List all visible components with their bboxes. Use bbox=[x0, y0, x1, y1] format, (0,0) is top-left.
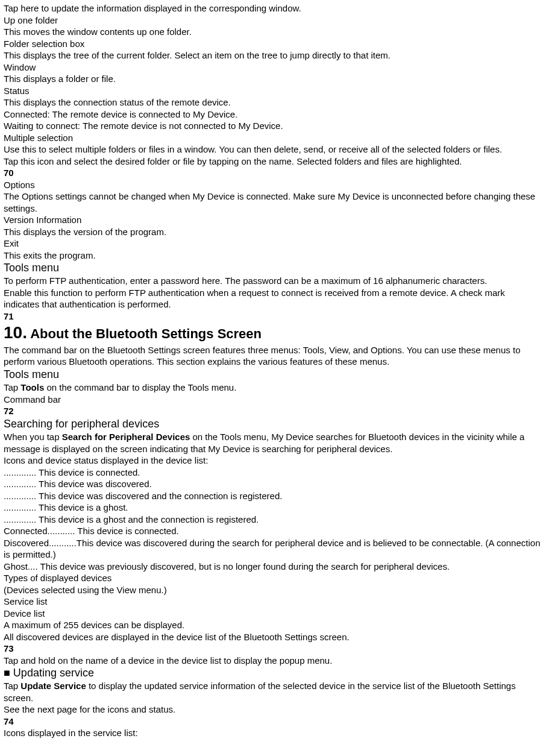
page-number: 71 bbox=[4, 310, 542, 323]
paragraph: ............. This device is connected. bbox=[4, 467, 542, 479]
paragraph: Window bbox=[4, 61, 542, 74]
text: Tap bbox=[4, 382, 20, 392]
text: on the command bar to display the Tools … bbox=[44, 382, 236, 392]
paragraph: A maximum of 255 devices can be displaye… bbox=[4, 619, 542, 631]
paragraph: Tap this icon and select the desired fol… bbox=[4, 156, 542, 168]
paragraph: When you tap Search for Peripheral Devic… bbox=[4, 431, 542, 455]
bold-text: Tools bbox=[20, 382, 44, 392]
paragraph: Enable this function to perform FTP auth… bbox=[4, 287, 542, 310]
chapter-title: About the Bluetooth Settings Screen bbox=[27, 326, 262, 341]
paragraph: This exits the program. bbox=[4, 250, 542, 262]
paragraph: Options bbox=[4, 179, 542, 191]
chapter-heading: 10. About the Bluetooth Settings Screen bbox=[4, 322, 542, 344]
paragraph: Multiple selection bbox=[4, 132, 542, 144]
paragraph: Tap here to update the information displ… bbox=[4, 2, 542, 14]
paragraph: (Devices selected using the View menu.) bbox=[4, 584, 542, 596]
chapter-number: 10. bbox=[4, 323, 27, 342]
paragraph: This displays a folder or file. bbox=[4, 73, 542, 85]
paragraph: The command bar on the Bluetooth Setting… bbox=[4, 344, 542, 368]
paragraph: Tap Update Service to display the update… bbox=[4, 680, 542, 704]
paragraph: Folder selection box bbox=[4, 38, 542, 50]
paragraph: Tap and hold on the name of a device in … bbox=[4, 655, 542, 667]
section-heading: ■ Updating service bbox=[4, 666, 542, 680]
paragraph: All discovered devices are displayed in … bbox=[4, 631, 542, 643]
section-heading: Tools menu bbox=[4, 261, 542, 275]
paragraph: ............. This device is a ghost and… bbox=[4, 514, 542, 526]
paragraph: Exit bbox=[4, 238, 542, 250]
paragraph: This displays the version of the program… bbox=[4, 226, 542, 238]
paragraph: Device list bbox=[4, 608, 542, 620]
paragraph: The Options settings cannot be changed w… bbox=[4, 191, 542, 214]
bold-text: Search for Peripheral Devices bbox=[62, 432, 190, 442]
paragraph: Types of displayed devices bbox=[4, 572, 542, 584]
paragraph: Connected: The remote device is connecte… bbox=[4, 109, 542, 121]
page-number: 73 bbox=[4, 643, 542, 655]
paragraph: Icons and device status displayed in the… bbox=[4, 455, 542, 467]
document-body: Tap here to update the information displ… bbox=[0, 0, 546, 745]
paragraph: Discovered...........This device was dis… bbox=[4, 537, 542, 561]
paragraph: ............. This device is a ghost. bbox=[4, 502, 542, 514]
page-number: 70 bbox=[4, 167, 542, 179]
paragraph: ............. This device was discovered… bbox=[4, 478, 542, 490]
paragraph: Service list bbox=[4, 596, 542, 608]
paragraph: This displays the connection status of t… bbox=[4, 96, 542, 109]
paragraph: To perform FTP authentication, enter a p… bbox=[4, 275, 542, 287]
paragraph: Command bar bbox=[4, 394, 542, 406]
paragraph: This displays the tree of the current fo… bbox=[4, 49, 542, 61]
paragraph: Tap Tools on the command bar to display … bbox=[4, 382, 542, 394]
paragraph: This moves the window contents up one fo… bbox=[4, 26, 542, 38]
paragraph: Ghost.... This device was previously dis… bbox=[4, 561, 542, 573]
bold-text: Update Service bbox=[20, 681, 86, 691]
text: Tap bbox=[4, 681, 20, 691]
page-number: 72 bbox=[4, 405, 542, 417]
section-heading: Searching for peripheral devices bbox=[4, 417, 542, 431]
paragraph: Connected........... This device is conn… bbox=[4, 525, 542, 537]
paragraph: Up one folder bbox=[4, 14, 542, 27]
paragraph: See the next page for the icons and stat… bbox=[4, 704, 542, 716]
section-heading: Tools menu bbox=[4, 368, 542, 382]
paragraph: Version Information bbox=[4, 214, 542, 226]
paragraph: Waiting to connect: The remote device is… bbox=[4, 120, 542, 132]
paragraph: ............. This device was discovered… bbox=[4, 490, 542, 502]
page-number: 74 bbox=[4, 716, 542, 728]
paragraph: Icons displayed in the service list: bbox=[4, 727, 542, 739]
paragraph: Use this to select multiple folders or f… bbox=[4, 143, 542, 156]
text: When you tap bbox=[4, 432, 62, 442]
paragraph: Status bbox=[4, 85, 542, 97]
